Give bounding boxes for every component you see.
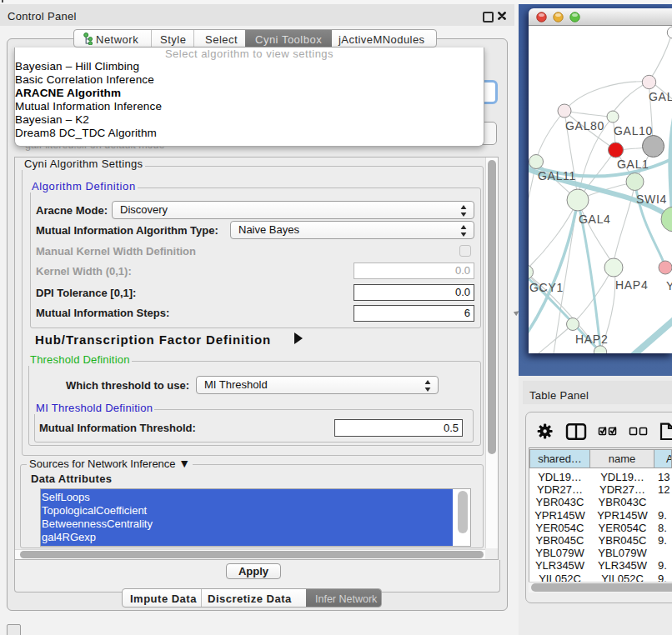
svg-text:GAL80: GAL80 [565,119,604,132]
svg-text:SWI4: SWI4 [636,192,667,206]
svg-text:GAL4: GAL4 [579,212,611,226]
svg-text:GAL10: GAL10 [614,124,653,138]
svg-text:HAP4: HAP4 [615,278,648,292]
svg-text:GAL1: GAL1 [617,158,649,171]
svg-text:GAL7: GAL7 [649,90,672,103]
svg-text:GCY1: GCY1 [529,281,564,294]
svg-text:HAP2: HAP2 [575,332,608,346]
svg-text:GAL11: GAL11 [538,169,576,182]
svg-text:YJ: YJ [666,279,672,292]
